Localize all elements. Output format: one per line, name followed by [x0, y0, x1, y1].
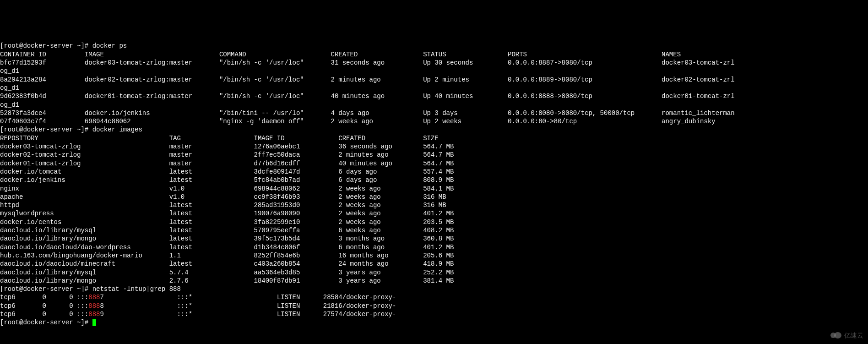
terminal[interactable]: [root@docker-server ~]# docker ps CONTAI…	[0, 42, 868, 327]
cloud-icon	[830, 332, 842, 339]
watermark-text: 亿速云	[844, 331, 863, 339]
watermark: 亿速云	[830, 331, 863, 339]
